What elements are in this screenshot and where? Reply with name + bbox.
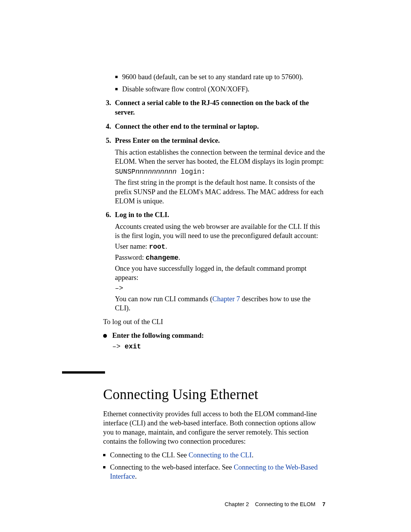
section-rule [62, 371, 105, 374]
step-6-prompt: –> [115, 284, 325, 293]
username-value: root [149, 243, 165, 251]
step-5-para-2: The first string in the prompt is the de… [115, 178, 325, 205]
square-bullet-icon [115, 88, 118, 90]
step-4: 4. Connect the other end to the terminal… [106, 122, 325, 131]
step-6-password: Password: changeme. [115, 253, 325, 262]
step-3: 3. Connect a serial cable to the RJ-45 c… [106, 98, 325, 117]
step-6-para-1: Accounts created using the web browser a… [115, 222, 325, 240]
serial-settings-list: 9600 baud (default, can be set to any st… [115, 72, 325, 94]
step-title: Press Enter on the terminal device. [115, 136, 325, 145]
step-6-username: User name: root. [115, 242, 325, 251]
text: . [135, 473, 137, 480]
exit-prompt: –> [112, 343, 124, 350]
username-label: User name: [115, 243, 149, 250]
round-bullet-icon [103, 334, 107, 338]
text: . [252, 451, 254, 459]
code-suffix: login: [177, 168, 206, 176]
list-item-text: Connecting to the web-based interface. S… [110, 463, 325, 481]
step-title: Connect a serial cable to the RJ-45 conn… [115, 98, 325, 117]
list-item: Connecting to the CLI. See Connecting to… [103, 451, 325, 460]
step-number: 6. [106, 210, 115, 220]
logout-label: To log out of the CLI [103, 317, 325, 326]
list-item-text: Connecting to the CLI. See Connecting to… [110, 451, 325, 460]
chapter-7-link[interactable]: Chapter 7 [212, 295, 240, 303]
code-prefix: SUNSP [115, 168, 135, 176]
exit-command-text: exit [124, 343, 141, 350]
list-item: 9600 baud (default, can be set to any st… [115, 72, 325, 81]
step-title: Log in to the CLI. [115, 210, 325, 220]
step-5-code: SUNSPnnnnnnnnnn login: [115, 168, 325, 176]
footer-chapter: Chapter 2 [225, 501, 249, 507]
section-heading: Connecting Using Ethernet [103, 386, 325, 403]
password-label: Password: [115, 254, 146, 261]
connecting-cli-link[interactable]: Connecting to the CLI [189, 451, 252, 459]
square-bullet-icon [103, 454, 105, 456]
enter-command-label: Enter the following command: [112, 331, 325, 340]
list-item-text: 9600 baud (default, can be set to any st… [122, 72, 325, 81]
square-bullet-icon [103, 466, 105, 468]
page-footer: Chapter 2 Connecting to the ELOM 7 [225, 501, 325, 507]
step-6-para-2: Once you have successfully logged in, th… [115, 264, 325, 282]
text: You can now run CLI commands ( [115, 295, 212, 303]
step-number: 4. [106, 122, 115, 131]
step-5: 5. Press Enter on the terminal device. [106, 136, 325, 145]
step-title: Connect the other end to the terminal or… [115, 122, 325, 131]
numbered-steps: 3. Connect a serial cable to the RJ-45 c… [106, 98, 325, 313]
password-value: changeme [146, 254, 178, 262]
step-number: 3. [106, 98, 115, 117]
enter-command-line: Enter the following command: [103, 331, 325, 340]
intro-paragraph: Ethernet connectivity provides full acce… [103, 409, 325, 446]
list-item: Disable software flow control (XON/XOFF)… [115, 85, 325, 94]
code-variable: nnnnnnnnnn [135, 168, 177, 176]
page-content: 9600 baud (default, can be set to any st… [62, 72, 325, 484]
footer-title: Connecting to the ELOM [255, 501, 315, 507]
ethernet-connect-list: Connecting to the CLI. See Connecting to… [103, 451, 325, 481]
text: Connecting to the web-based interface. S… [110, 463, 234, 471]
list-item: Connecting to the web-based interface. S… [103, 463, 325, 481]
step-6: 6. Log in to the CLI. [106, 210, 325, 220]
page-number: 7 [322, 501, 325, 507]
step-5-para-1: This action establishes the connection b… [115, 148, 325, 166]
text: Connecting to the CLI. See [110, 451, 189, 459]
exit-command: –> exit [112, 343, 325, 350]
list-item-text: Disable software flow control (XON/XOFF)… [122, 85, 325, 94]
square-bullet-icon [115, 76, 118, 78]
step-number: 5. [106, 136, 115, 145]
document-page: 9600 baud (default, can be set to any st… [0, 0, 411, 532]
step-6-para-3: You can now run CLI commands (Chapter 7 … [115, 294, 325, 313]
